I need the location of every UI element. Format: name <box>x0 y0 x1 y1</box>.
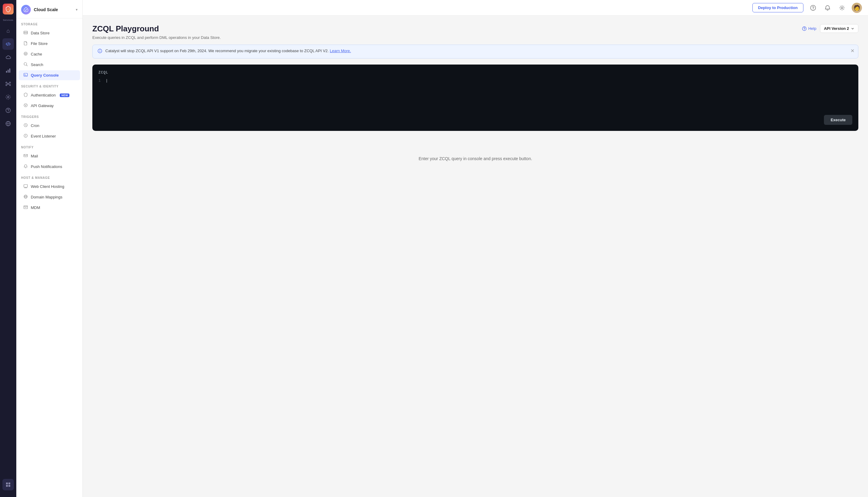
svg-point-4 <box>6 82 7 83</box>
cache-icon <box>24 52 28 57</box>
svg-rect-38 <box>24 206 27 209</box>
search-icon <box>24 62 28 67</box>
data-store-label: Data Store <box>31 31 50 35</box>
rail-code-icon[interactable] <box>2 38 14 50</box>
sidebar-item-data-store[interactable]: Data Store <box>19 28 80 38</box>
query-console-label: Query Console <box>31 73 58 77</box>
banner-text: Catalyst will stop ZCQL API V1 support o… <box>105 48 351 53</box>
rail-globe-icon[interactable] <box>2 118 14 129</box>
domain-mappings-icon <box>24 195 28 200</box>
svg-rect-34 <box>24 185 27 187</box>
svg-rect-29 <box>24 73 27 76</box>
svg-point-7 <box>9 84 11 86</box>
icon-rail: Services ⌂ <box>0 0 16 497</box>
user-avatar[interactable]: 🧑 <box>852 3 862 13</box>
settings-icon[interactable] <box>837 3 847 13</box>
section-notify: NOTIFY <box>16 141 82 151</box>
app-logo[interactable] <box>3 4 14 14</box>
info-icon <box>97 48 102 55</box>
cron-icon <box>24 123 28 128</box>
sidebar-item-event-listener[interactable]: Event Listener <box>19 131 80 141</box>
svg-rect-0 <box>6 71 7 73</box>
rail-chart-icon[interactable] <box>2 65 14 76</box>
sidebar-logo <box>21 5 31 14</box>
svg-rect-22 <box>24 31 27 34</box>
cache-label: Cache <box>31 52 42 56</box>
query-console-icon <box>24 73 28 78</box>
learn-more-link[interactable]: Learn More. <box>330 48 351 53</box>
sidebar-item-cron[interactable]: Cron <box>19 120 80 131</box>
svg-point-26 <box>25 53 27 55</box>
sidebar-item-cache[interactable]: Cache <box>19 49 80 59</box>
auth-new-badge: NEW <box>60 94 69 97</box>
content-area: ZCQL Playground Help API Version 2 <box>83 16 868 497</box>
sidebar-item-query-console[interactable]: Query Console <box>19 70 80 80</box>
svg-point-6 <box>6 84 7 86</box>
sidebar-item-mdm[interactable]: MDM <box>19 203 80 213</box>
sidebar-title: Cloud Scale <box>34 7 73 12</box>
editor-label: ZCQL <box>98 71 852 75</box>
sidebar-item-domain-mappings[interactable]: Domain Mappings <box>19 192 80 202</box>
info-banner: Catalyst will stop ZCQL API V1 support o… <box>92 45 858 58</box>
sidebar-item-authentication[interactable]: Authentication NEW <box>19 90 80 100</box>
web-client-hosting-label: Web Client Hosting <box>31 184 64 189</box>
notifications-icon[interactable] <box>823 3 832 13</box>
page-title-row: ZCQL Playground Help API Version 2 <box>92 24 858 33</box>
page-subtitle: Execute queries in ZCQL and perform DML … <box>92 35 858 40</box>
svg-line-11 <box>9 84 10 85</box>
sidebar-item-search[interactable]: Search <box>19 60 80 70</box>
rail-nodes-icon[interactable] <box>2 78 14 89</box>
topbar: Deploy to Production 🧑 <box>83 0 868 16</box>
svg-rect-19 <box>9 483 10 484</box>
svg-point-43 <box>841 7 843 9</box>
page-title: ZCQL Playground <box>92 24 159 33</box>
svg-point-5 <box>9 82 11 83</box>
api-gateway-label: API Gateway <box>31 103 54 108</box>
help-link[interactable]: Help <box>802 26 816 31</box>
empty-state: Enter your ZCQL query in console and pre… <box>92 138 858 179</box>
svg-point-25 <box>24 52 27 56</box>
mdm-label: MDM <box>31 205 40 210</box>
svg-point-41 <box>811 5 816 10</box>
rail-help-icon[interactable] <box>2 105 14 116</box>
svg-point-42 <box>813 9 813 10</box>
sidebar-item-web-client-hosting[interactable]: Web Client Hosting <box>19 182 80 191</box>
svg-rect-1 <box>8 70 9 73</box>
help-icon[interactable] <box>808 3 818 13</box>
sidebar-item-api-gateway[interactable]: API Gateway <box>19 101 80 111</box>
rail-home-icon[interactable]: ⌂ <box>2 25 14 37</box>
api-gateway-icon <box>24 103 28 108</box>
execute-button[interactable]: Execute <box>824 115 852 125</box>
svg-rect-20 <box>6 485 8 487</box>
domain-mappings-label: Domain Mappings <box>31 195 63 199</box>
banner-close-icon[interactable]: ✕ <box>851 48 854 54</box>
svg-rect-2 <box>9 69 10 73</box>
svg-point-13 <box>6 108 11 113</box>
section-triggers: TRIGGERS <box>16 111 82 120</box>
title-right-controls: Help API Version 2 <box>802 24 858 33</box>
rail-cloud-icon[interactable] <box>2 52 14 63</box>
services-label: Services <box>3 19 14 22</box>
deploy-to-production-button[interactable]: Deploy to Production <box>753 3 803 12</box>
rail-grid-icon[interactable] <box>2 479 14 491</box>
auth-icon <box>24 93 28 98</box>
file-store-icon <box>24 41 28 46</box>
editor-line-1: 1 | <box>98 79 852 83</box>
svg-rect-33 <box>24 154 27 157</box>
sidebar-item-push-notifications[interactable]: Push Notifications <box>19 162 80 172</box>
search-label: Search <box>31 62 43 67</box>
svg-line-8 <box>7 83 8 84</box>
push-notifications-label: Push Notifications <box>31 165 62 169</box>
help-label: Help <box>808 26 816 31</box>
sidebar-item-mail[interactable]: Mail <box>19 151 80 161</box>
sidebar-item-file-store[interactable]: File Store <box>19 39 80 48</box>
editor-cursor[interactable]: | <box>106 79 108 83</box>
api-version-selector[interactable]: API Version 2 <box>820 24 858 33</box>
rail-settings-icon[interactable] <box>2 91 14 103</box>
event-listener-label: Event Listener <box>31 134 56 139</box>
file-store-label: File Store <box>31 41 48 46</box>
svg-point-14 <box>8 111 8 112</box>
sidebar-chevron-icon[interactable]: ▾ <box>76 8 78 12</box>
sidebar: Cloud Scale ▾ STORAGE Data Store File St… <box>16 0 83 497</box>
svg-line-9 <box>9 83 10 84</box>
